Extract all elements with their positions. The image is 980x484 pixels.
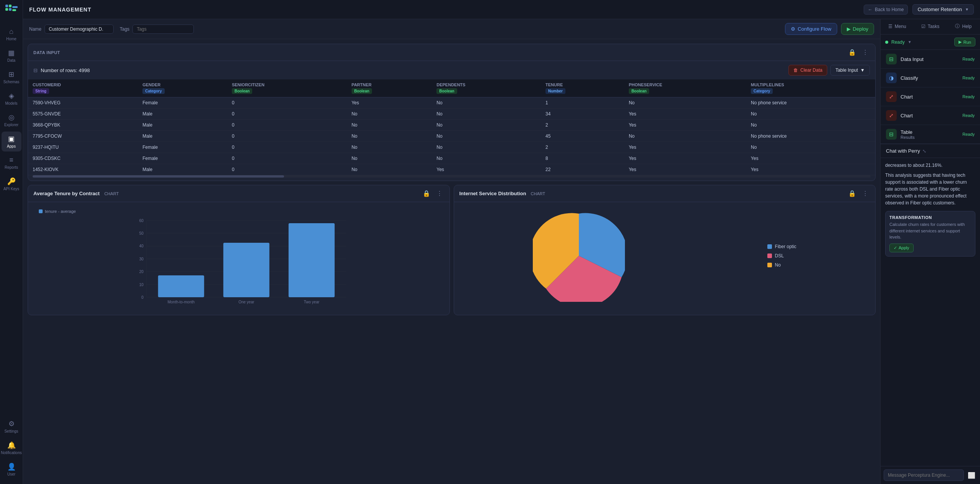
- legend-color: [39, 209, 43, 213]
- svg-rect-0: [5, 5, 8, 7]
- right-panel: ☰ Menu ☑ Tasks ⓘ Help Ready ▼ ▶: [880, 19, 980, 484]
- sidebar-item-label: Apps: [7, 144, 16, 148]
- name-field: Name Customer Demographic D.: [29, 25, 114, 34]
- sidebar-item-reports[interactable]: ≡ Reports: [2, 153, 21, 173]
- table-cell: Male: [138, 164, 227, 175]
- sidebar-item-settings[interactable]: ⚙ Settings: [2, 417, 21, 436]
- chat-input[interactable]: [884, 469, 964, 481]
- chat-messages: decreases to about 21.16%. This analysis…: [881, 158, 980, 466]
- table-cell: No: [432, 97, 541, 109]
- tags-field: Tags: [120, 25, 194, 34]
- chart-lock-button[interactable]: 🔒: [421, 189, 432, 198]
- table-cell: No: [347, 120, 432, 131]
- fiber-color: [767, 244, 772, 249]
- column-header-dependents: DEPENDENTSBoolean: [432, 79, 541, 97]
- flow-item-data-input[interactable]: ⊟ Data Input Ready: [881, 50, 980, 69]
- content-area: DATA INPUT 🔒 ⋮ ⊟ Number of rows: 4998: [23, 39, 880, 484]
- data-input-header: DATA INPUT 🔒 ⋮: [28, 44, 875, 61]
- table-cell: Male: [138, 131, 227, 142]
- sidebar-item-home[interactable]: ⌂ Home: [2, 25, 21, 44]
- sidebar-item-schemas[interactable]: ⊞ Schemas: [2, 67, 21, 87]
- lock-icon-button[interactable]: 🔒: [847, 48, 858, 57]
- table-cell: 0: [227, 142, 347, 153]
- svg-text:Two year: Two year: [304, 300, 319, 304]
- sidebar-item-api-keys[interactable]: 🔑 API Keys: [2, 174, 21, 194]
- svg-text:One year: One year: [238, 300, 255, 304]
- chat-expand-icon[interactable]: ⤡: [922, 148, 926, 154]
- data-table-wrapper: CUSTOMERIDStringGENDERCategorySENIORCITI…: [28, 79, 875, 175]
- table-row: 9237-HQITUFemale0NoNo2YesNo: [28, 142, 875, 153]
- more-options-button[interactable]: ⋮: [861, 48, 870, 57]
- flow-items: ⊟ Data Input Ready ◑ Classify Ready ⤢ Ch: [881, 50, 980, 144]
- svg-text:0: 0: [141, 295, 144, 300]
- chart2-icon: ⤢: [886, 110, 897, 121]
- sidebar-item-explorer[interactable]: ◎ Explorer: [2, 110, 21, 130]
- table-row: 5575-GNVDEMale0NoNo34YesNo: [28, 109, 875, 120]
- flow-item-classify[interactable]: ◑ Classify Ready: [881, 69, 980, 87]
- checkmark-icon: ✓: [894, 245, 897, 250]
- pie-chart-header: Internet Service Distribution CHART 🔒 ⋮: [454, 185, 876, 202]
- legend-fiber: Fiber optic: [767, 244, 797, 249]
- status-dropdown[interactable]: ▼: [908, 40, 912, 44]
- sidebar-item-apps[interactable]: ▣ Apps: [2, 132, 21, 151]
- table-cell: Yes: [347, 97, 432, 109]
- chat-input-area: ⬜: [881, 466, 980, 484]
- tab-menu[interactable]: ☰ Menu: [881, 19, 914, 34]
- sidebar-item-notifications[interactable]: 🔔 Notifications: [2, 438, 21, 458]
- chat-header: Chat with Perry ⤡: [881, 144, 980, 158]
- table-cell: 3668-QPYBK: [28, 120, 138, 131]
- chat-send-button[interactable]: ⬜: [966, 470, 977, 481]
- table-body: 7590-VHVEGFemale0YesNo1NoNo phone servic…: [28, 97, 875, 175]
- configure-flow-button[interactable]: ⚙ Configure Flow: [785, 23, 837, 35]
- chevron-down-icon: ▼: [965, 7, 969, 12]
- sidebar-item-models[interactable]: ◈ Models: [2, 89, 21, 109]
- chart-more-button[interactable]: ⋮: [435, 189, 444, 198]
- help-icon: ⓘ: [955, 23, 960, 30]
- table-cell: 2: [541, 142, 624, 153]
- table-cell: No: [432, 109, 541, 120]
- sidebar-item-user[interactable]: 👤 User: [2, 459, 21, 479]
- table-cell: 0: [227, 97, 347, 109]
- table-cell: Yes: [624, 153, 746, 164]
- table-cell: 1: [541, 97, 624, 109]
- deploy-button[interactable]: ▶ Deploy: [841, 23, 874, 35]
- table-cell: Yes: [624, 120, 746, 131]
- pie-chart-more-button[interactable]: ⋮: [861, 189, 870, 198]
- table-cell: 0: [227, 131, 347, 142]
- horizontal-scrollbar[interactable]: [33, 175, 871, 178]
- tab-tasks[interactable]: ☑ Tasks: [914, 19, 947, 34]
- bar-chart-legend: tenure - average: [34, 207, 443, 214]
- tab-help[interactable]: ⓘ Help: [947, 19, 980, 34]
- flow-item-chart2[interactable]: ⤢ Chart Ready: [881, 106, 980, 125]
- table-cell: No: [347, 142, 432, 153]
- table-input-button[interactable]: Table Input ▼: [830, 65, 870, 76]
- svg-rect-2: [5, 8, 8, 11]
- table-cell: No: [432, 131, 541, 142]
- api-keys-icon: 🔑: [7, 177, 16, 186]
- sidebar-item-label: API Keys: [3, 187, 19, 191]
- flow-name-input[interactable]: Customer Demographic D.: [45, 25, 114, 34]
- back-to-home-button[interactable]: ← Back to Home: [864, 5, 908, 15]
- flow-selector[interactable]: Customer Retention ▼: [912, 4, 974, 15]
- flow-item-chart1[interactable]: ⤢ Chart Ready: [881, 87, 980, 106]
- back-arrow-icon: ←: [868, 7, 873, 12]
- tags-input[interactable]: [132, 25, 194, 34]
- sidebar-item-label: Models: [5, 101, 17, 105]
- table-cell: No: [432, 142, 541, 153]
- flow-item-table[interactable]: ⊟ Table Results Ready: [881, 125, 980, 144]
- svg-text:10: 10: [139, 283, 144, 287]
- run-button[interactable]: ▶ Run: [954, 38, 975, 46]
- pie-chart-panel: Internet Service Distribution CHART 🔒 ⋮: [454, 185, 876, 315]
- table-cell: No phone service: [746, 97, 875, 109]
- apply-button[interactable]: ✓ Apply: [889, 244, 914, 252]
- sidebar-item-data[interactable]: ▦ Data: [2, 46, 21, 66]
- transformation-card: TRANSFORMATION Calculate churn rates for…: [885, 211, 975, 257]
- classify-icon: ◑: [886, 72, 897, 83]
- main-area: FLOW MANAGEMENT ← Back to Home Customer …: [23, 0, 980, 484]
- flow-item-left: ⤢ Chart: [886, 91, 913, 102]
- table-row: 1452-KIOVKMale0NoYes22YesYes: [28, 164, 875, 175]
- clear-data-button[interactable]: 🗑 Clear Data: [788, 65, 827, 76]
- pie-chart-lock-button[interactable]: 🔒: [847, 189, 858, 198]
- scrollbar-thumb: [33, 175, 284, 178]
- data-input-panel: DATA INPUT 🔒 ⋮ ⊟ Number of rows: 4998: [28, 44, 876, 181]
